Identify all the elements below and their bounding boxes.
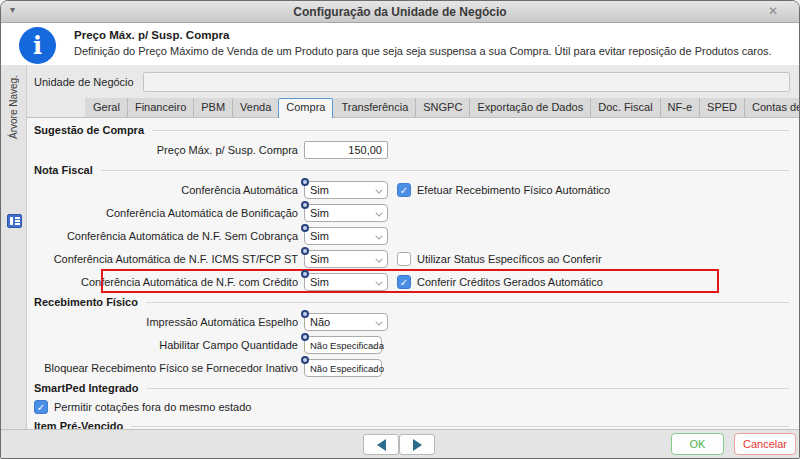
utilizar-status-checkbox-group[interactable]: Utilizar Status Específicos ao Conferir bbox=[397, 252, 602, 266]
business-unit-label: Unidade de Negócio bbox=[34, 76, 134, 88]
chevron-down-icon bbox=[375, 186, 382, 193]
dialog-window: ▾ Configuração da Unidade de Negócio ✕ i… bbox=[0, 0, 800, 459]
field-label: Bloquear Recebimento Físico se Fornecedo… bbox=[34, 362, 298, 374]
info-icon: i bbox=[19, 27, 56, 64]
efetuar-recebimento-checkbox-group[interactable]: Efetuar Recebimento Físico Automático bbox=[397, 183, 610, 197]
nav-tree-label: Árvore Naveg. bbox=[1, 75, 27, 215]
section-title: SmartPed Integrado bbox=[34, 382, 139, 394]
footer-bar: OK Cancelar bbox=[1, 429, 799, 458]
main-area: Unidade de Negócio Geral Financeiro PBM … bbox=[27, 65, 799, 429]
title-bar: ▾ Configuração da Unidade de Negócio ✕ bbox=[1, 1, 799, 23]
business-unit-input[interactable] bbox=[143, 72, 790, 92]
checkbox-label: Conferir Créditos Gerados Automático bbox=[417, 276, 603, 288]
checkbox-label: Permitir cotações fora do mesmo estado bbox=[54, 401, 251, 413]
cancel-button[interactable]: Cancelar bbox=[734, 433, 796, 455]
conferir-creditos-checkbox-group[interactable]: Conferir Créditos Gerados Automático bbox=[397, 275, 603, 289]
tab-exportacao-de-dados[interactable]: Exportação de Dados bbox=[469, 98, 590, 117]
field-label: Conferência Automática de Bonificação bbox=[34, 207, 298, 219]
tab-sped[interactable]: SPED bbox=[699, 98, 744, 117]
field-row-bloquear-recebimento: Bloquear Recebimento Físico se Fornecedo… bbox=[34, 358, 789, 378]
select-value: Sim bbox=[310, 276, 329, 288]
audit-badge-icon bbox=[301, 270, 309, 278]
section-title: Nota Fiscal bbox=[34, 164, 93, 176]
field-label: Conferência Automática de N.F. Sem Cobra… bbox=[34, 230, 298, 242]
tab-pbm[interactable]: PBM bbox=[193, 98, 232, 117]
select-value: Sim bbox=[310, 253, 329, 265]
tab-compra[interactable]: Compra bbox=[278, 98, 333, 118]
bloquear-recebimento-select[interactable]: Não Especificado bbox=[304, 359, 382, 377]
audit-badge-icon bbox=[301, 178, 309, 186]
checkbox[interactable] bbox=[397, 252, 411, 266]
checkbox[interactable] bbox=[34, 400, 48, 414]
section-sugestao-de-compra: Sugestão de Compra bbox=[34, 123, 789, 137]
chevron-down-icon bbox=[375, 278, 382, 285]
field-row-conferencia-automatica: Conferência Automática Sim Efetuar Receb… bbox=[34, 180, 789, 200]
next-button[interactable] bbox=[399, 434, 435, 455]
audit-badge-icon bbox=[301, 224, 309, 232]
field-row-impressao-espelho: Impressão Automática Espelho Não bbox=[34, 312, 789, 332]
field-label: Conferência Automática de N.F. com Crédi… bbox=[34, 276, 298, 288]
permitir-cotacoes-checkbox-group[interactable]: Permitir cotações fora do mesmo estado bbox=[34, 398, 789, 416]
previous-button[interactable] bbox=[363, 434, 399, 455]
select-value: Sim bbox=[310, 230, 329, 242]
select-value: Sim bbox=[310, 184, 329, 196]
chevron-down-icon bbox=[375, 209, 382, 216]
conferencia-nf-com-credito-select[interactable]: Sim bbox=[304, 273, 388, 291]
close-icon[interactable]: ✕ bbox=[768, 4, 778, 18]
section-smartped-integrado: SmartPed Integrado bbox=[34, 381, 789, 395]
conferencia-automatica-select[interactable]: Sim bbox=[304, 181, 388, 199]
audit-badge-icon bbox=[301, 310, 309, 318]
window-menu-icon[interactable]: ▾ bbox=[10, 4, 15, 15]
field-label: Impressão Automática Espelho bbox=[34, 316, 298, 328]
tab-contas-de-email[interactable]: Contas de E-mail bbox=[744, 98, 800, 117]
checkbox[interactable] bbox=[397, 275, 411, 289]
field-row-conferencia-icms-st: Conferência Automática de N.F. ICMS ST/F… bbox=[34, 249, 789, 269]
select-value: Não bbox=[310, 316, 330, 328]
section-title: Recebimento Físico bbox=[34, 296, 138, 308]
tab-panel-compra: Sugestão de Compra Preço Máx. p/ Susp. C… bbox=[27, 117, 799, 429]
arrow-left-icon bbox=[377, 439, 386, 451]
field-row-conferencia-nf-com-credito: Conferência Automática de N.F. com Crédi… bbox=[34, 272, 789, 292]
field-label: Habilitar Campo Quantidade bbox=[34, 339, 298, 351]
field-label: Conferência Automática de N.F. ICMS ST/F… bbox=[34, 253, 298, 265]
tab-nfe[interactable]: NF-e bbox=[660, 98, 699, 117]
field-row-preco-max: Preço Máx. p/ Susp. Compra bbox=[34, 140, 789, 160]
field-row-habilitar-campo-quantidade: Habilitar Campo Quantidade Não Especific… bbox=[34, 335, 789, 355]
tab-doc-fiscal[interactable]: Doc. Fiscal bbox=[590, 98, 659, 117]
checkbox-label: Utilizar Status Específicos ao Conferir bbox=[417, 253, 602, 265]
section-recebimento-fisico: Recebimento Físico bbox=[34, 295, 789, 309]
chevron-down-icon bbox=[375, 318, 382, 325]
checkbox[interactable] bbox=[397, 183, 411, 197]
info-description: Definição do Preço Máximo de Venda de um… bbox=[74, 45, 787, 57]
conferencia-icms-st-select[interactable]: Sim bbox=[304, 250, 388, 268]
conferencia-bonificacao-select[interactable]: Sim bbox=[304, 204, 388, 222]
business-unit-row: Unidade de Negócio bbox=[27, 65, 799, 98]
preco-max-input[interactable] bbox=[304, 141, 388, 159]
info-title: Preço Máx. p/ Susp. Compra bbox=[74, 29, 229, 41]
conferencia-nf-sem-cobranca-select[interactable]: Sim bbox=[304, 227, 388, 245]
audit-badge-icon bbox=[301, 356, 309, 364]
habilitar-campo-quantidade-select[interactable]: Não Especificada bbox=[304, 336, 382, 354]
nav-tree-sidebar: Árvore Naveg. bbox=[1, 65, 27, 429]
checkbox-label: Efetuar Recebimento Físico Automático bbox=[417, 184, 610, 196]
tab-financeiro[interactable]: Financeiro bbox=[127, 98, 193, 117]
chevron-down-icon bbox=[375, 232, 382, 239]
window-title: Configuração da Unidade de Negócio bbox=[293, 5, 506, 19]
arrow-right-icon bbox=[413, 439, 422, 451]
field-row-conferencia-nf-sem-cobranca: Conferência Automática de N.F. Sem Cobra… bbox=[34, 226, 789, 246]
tree-panel-icon[interactable] bbox=[7, 214, 22, 228]
tab-bar: Geral Financeiro PBM Venda Compra Transf… bbox=[27, 98, 799, 117]
tab-transferencia[interactable]: Transferência bbox=[333, 98, 415, 117]
audit-badge-icon bbox=[301, 201, 309, 209]
tab-sngpc[interactable]: SNGPC bbox=[415, 98, 469, 117]
info-header: i Preço Máx. p/ Susp. Compra Definição d… bbox=[1, 23, 799, 65]
tab-venda[interactable]: Venda bbox=[232, 98, 278, 117]
tab-geral[interactable]: Geral bbox=[85, 98, 127, 117]
impressao-espelho-select[interactable]: Não bbox=[304, 313, 388, 331]
audit-badge-icon bbox=[301, 333, 309, 341]
section-nota-fiscal: Nota Fiscal bbox=[34, 163, 789, 177]
section-title: Sugestão de Compra bbox=[34, 124, 144, 136]
preco-max-label: Preço Máx. p/ Susp. Compra bbox=[34, 144, 298, 156]
audit-badge-icon bbox=[301, 247, 309, 255]
ok-button[interactable]: OK bbox=[671, 433, 724, 455]
